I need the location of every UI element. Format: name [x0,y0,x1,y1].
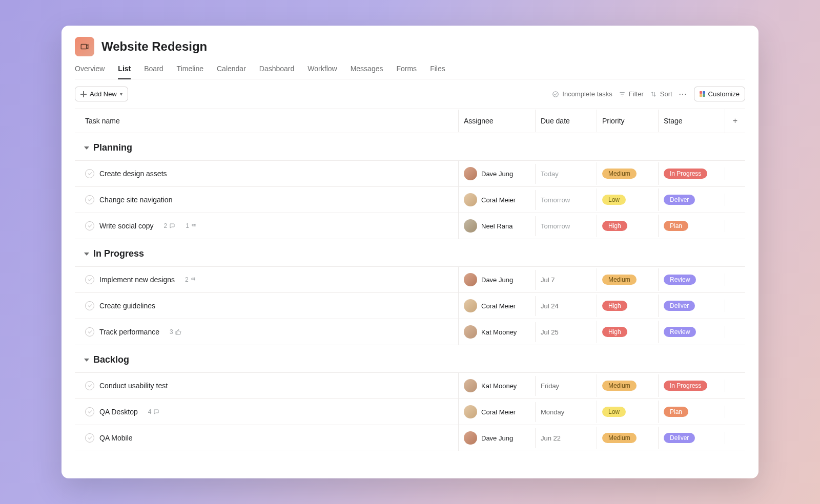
caret-down-icon [84,146,89,150]
priority-cell[interactable]: Medium [597,374,658,397]
add-new-button[interactable]: Add New ▾ [75,87,128,101]
section-name: Backlog [93,354,129,365]
comment-count: 4 [148,408,160,415]
task-name: Change site navigation [99,196,172,204]
section-name: Planning [93,142,132,153]
section-header[interactable]: In Progress [75,239,745,267]
task-row[interactable]: Create guidelinesCoral MeierJul 24HighDe… [75,293,745,319]
add-column-button[interactable]: + [725,109,745,133]
section-header[interactable]: Backlog [75,345,745,373]
task-row[interactable]: Track performance3 Kat MooneyJul 25HighR… [75,319,745,345]
customize-icon [700,91,705,97]
stage-pill: Plan [664,221,688,231]
stage-cell[interactable]: Review [658,321,725,343]
complete-toggle[interactable] [85,221,94,230]
col-assignee[interactable]: Assignee [458,110,535,132]
complete-toggle[interactable] [85,301,94,310]
stage-cell[interactable]: Plan [658,401,725,423]
priority-cell[interactable]: Medium [597,162,658,185]
priority-cell[interactable]: High [597,215,658,237]
complete-toggle[interactable] [85,327,94,337]
stage-cell[interactable]: Plan [658,215,725,237]
assignee-cell[interactable]: Kat Mooney [458,373,535,398]
tab-messages[interactable]: Messages [351,61,383,79]
section-header[interactable]: Planning [75,133,745,161]
complete-toggle[interactable] [85,381,94,390]
assignee-cell[interactable]: Kat Mooney [458,319,535,345]
table-header-row: Task name Assignee Due date Priority Sta… [75,109,745,133]
tab-forms[interactable]: Forms [396,61,417,79]
incomplete-tasks-filter[interactable]: Incomplete tasks [552,90,612,98]
priority-cell[interactable]: Low [597,188,658,211]
priority-cell[interactable]: Medium [597,427,658,449]
priority-cell[interactable]: High [597,295,658,317]
avatar [464,299,477,312]
avatar [464,273,477,286]
avatar [464,379,477,392]
stage-cell[interactable]: Deliver [658,188,725,211]
toolbar: Add New ▾ Incomplete tasks Filter Sort ⋯… [75,79,745,109]
stage-cell[interactable]: Deliver [658,295,725,317]
due-date-cell[interactable]: Jul 24 [535,296,597,316]
assignee-cell[interactable]: Dave Jung [458,425,535,451]
col-task-name[interactable]: Task name [75,110,458,132]
complete-toggle[interactable] [85,433,94,443]
sort-button[interactable]: Sort [650,90,672,98]
filter-button[interactable]: Filter [619,90,644,98]
avatar [464,167,477,180]
assignee-cell[interactable]: Neel Rana [458,213,535,239]
task-row[interactable]: Implement new designs2 Dave JungJul 7Med… [75,267,745,293]
tab-dashboard[interactable]: Dashboard [259,61,295,79]
complete-toggle[interactable] [85,407,94,416]
task-row[interactable]: Create design assetsDave JungTodayMedium… [75,161,745,187]
complete-toggle[interactable] [85,169,94,178]
assignee-cell[interactable]: Dave Jung [458,161,535,186]
tab-workflow[interactable]: Workflow [308,61,337,79]
due-date-cell[interactable]: Tomorrow [535,190,597,210]
priority-cell[interactable]: Low [597,401,658,423]
stage-pill: Plan [664,407,688,417]
priority-cell[interactable]: Medium [597,268,658,291]
task-row[interactable]: Conduct usability testKat MooneyFridayMe… [75,373,745,399]
col-stage[interactable]: Stage [658,110,725,132]
stage-cell[interactable]: Review [658,268,725,291]
task-row[interactable]: Change site navigationCoral MeierTomorro… [75,187,745,213]
tab-list[interactable]: List [118,61,131,79]
priority-cell[interactable]: High [597,321,658,343]
assignee-cell[interactable]: Dave Jung [458,267,535,292]
customize-label: Customize [708,90,740,98]
task-row[interactable]: QA MobileDave JungJun 22MediumDeliver [75,425,745,451]
tab-files[interactable]: Files [430,61,445,79]
assignee-cell[interactable]: Coral Meier [458,187,535,213]
stage-cell[interactable]: In Progress [658,162,725,185]
svg-point-1 [553,91,559,97]
project-header: Website Redesign [75,35,745,61]
assignee-name: Coral Meier [481,408,516,416]
add-new-label: Add New [90,90,117,98]
row-end-cell [725,300,745,312]
complete-toggle[interactable] [85,195,94,204]
due-date-cell[interactable]: Jul 7 [535,270,597,290]
task-row[interactable]: QA Desktop4 Coral MeierMondayLowPlan [75,399,745,425]
due-date-cell[interactable]: Monday [535,402,597,422]
more-actions-button[interactable]: ⋯ [679,89,688,99]
col-due-date[interactable]: Due date [535,110,597,132]
stage-cell[interactable]: In Progress [658,374,725,397]
tab-calendar[interactable]: Calendar [217,61,246,79]
tab-timeline[interactable]: Timeline [177,61,203,79]
stage-cell[interactable]: Deliver [658,427,725,449]
tab-board[interactable]: Board [144,61,163,79]
tab-overview[interactable]: Overview [75,61,105,79]
due-date-cell[interactable]: Jul 25 [535,322,597,342]
assignee-cell[interactable]: Coral Meier [458,293,535,319]
task-row[interactable]: Write social copy2 1 Neel RanaTomorrowHi… [75,213,745,239]
due-date-cell[interactable]: Tomorrow [535,216,597,236]
complete-toggle[interactable] [85,275,94,284]
customize-button[interactable]: Customize [694,87,745,101]
due-date-cell[interactable]: Today [535,164,597,184]
assignee-cell[interactable]: Coral Meier [458,399,535,425]
due-date-cell[interactable]: Friday [535,376,597,396]
project-icon [75,37,94,56]
due-date-cell[interactable]: Jun 22 [535,428,597,448]
col-priority[interactable]: Priority [597,110,658,132]
